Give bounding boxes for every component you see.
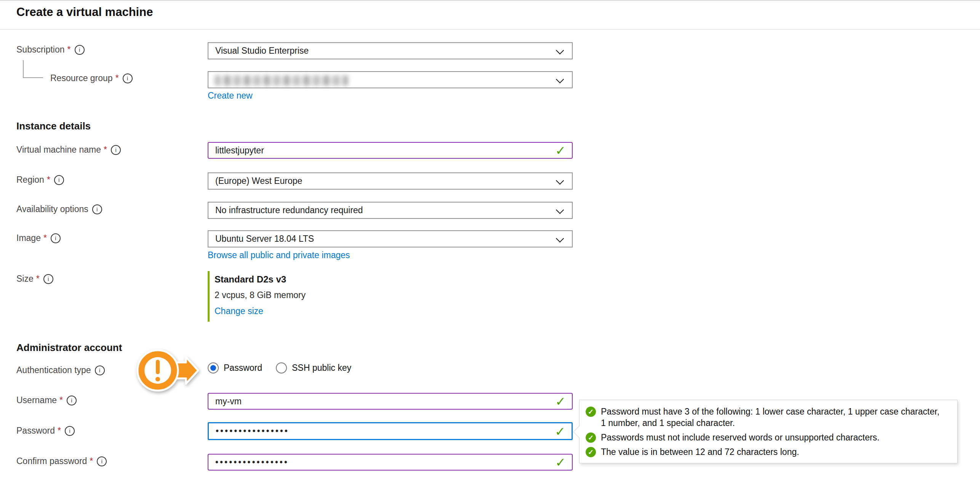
create-vm-page: Create a virtual machine Subscription * … xyxy=(0,0,980,485)
info-icon[interactable]: i xyxy=(97,456,107,466)
radio-unselected-icon xyxy=(276,362,287,373)
info-icon[interactable]: i xyxy=(67,396,77,405)
page-title: Create a virtual machine xyxy=(16,5,153,19)
tree-connector-vertical xyxy=(23,60,24,78)
radio-ssh-public-key[interactable]: SSH public key xyxy=(276,362,351,373)
required-asterisk: * xyxy=(43,233,47,243)
image-value: Ubuntu Server 18.04 LTS xyxy=(215,234,314,244)
valid-check-icon: ✓ xyxy=(555,144,566,157)
tree-connector-horizontal xyxy=(23,77,43,78)
size-accent-bar xyxy=(208,271,210,322)
region-label: Region * i xyxy=(16,175,64,185)
image-select[interactable]: Ubuntu Server 18.04 LTS xyxy=(208,230,573,247)
password-label: Password * i xyxy=(16,426,75,436)
title-divider xyxy=(0,29,980,30)
size-specs: 2 vcpus, 8 GiB memory xyxy=(215,290,306,300)
tooltip-arrow xyxy=(573,426,586,438)
chevron-down-icon xyxy=(556,206,564,214)
tooltip-item: ✓ Password must have 3 of the following:… xyxy=(586,406,950,429)
username-label: Username * i xyxy=(16,395,77,405)
change-size-link[interactable]: Change size xyxy=(215,306,263,316)
resource-group-select[interactable] xyxy=(208,71,573,88)
confirm-password-label: Confirm password * i xyxy=(16,456,107,466)
success-check-icon: ✓ xyxy=(586,407,596,417)
required-asterisk: * xyxy=(36,274,40,284)
success-check-icon: ✓ xyxy=(586,447,596,457)
size-name: Standard D2s v3 xyxy=(215,274,286,285)
redacted-value xyxy=(215,75,348,86)
image-label: Image * i xyxy=(16,233,61,243)
create-new-link[interactable]: Create new xyxy=(208,91,253,101)
tooltip-item: ✓ The value is in between 12 and 72 char… xyxy=(586,446,950,458)
valid-check-icon: ✓ xyxy=(555,425,565,437)
required-asterisk: * xyxy=(115,73,119,83)
region-select[interactable]: (Europe) West Europe xyxy=(208,172,573,190)
attention-callout-icon xyxy=(134,347,202,394)
valid-check-icon: ✓ xyxy=(555,456,566,469)
chevron-down-icon xyxy=(556,177,564,185)
resource-group-label: Resource group * i xyxy=(50,73,133,83)
instance-details-heading: Instance details xyxy=(16,120,91,132)
region-value: (Europe) West Europe xyxy=(215,176,302,186)
info-icon[interactable]: i xyxy=(123,73,133,83)
tooltip-item: ✓ Passwords must not include reserved wo… xyxy=(586,432,950,443)
vm-name-label: Virtual machine name * i xyxy=(16,145,121,155)
success-check-icon: ✓ xyxy=(586,432,596,443)
password-masked-value: •••••••••••••••• xyxy=(216,426,289,436)
administrator-account-heading: Administrator account xyxy=(16,342,122,354)
required-asterisk: * xyxy=(47,175,50,185)
required-asterisk: * xyxy=(59,395,63,405)
info-icon[interactable]: i xyxy=(75,45,85,55)
subscription-label: Subscription * i xyxy=(16,45,85,55)
confirm-password-input[interactable]: •••••••••••••••• ✓ xyxy=(208,454,573,471)
username-input[interactable]: my-vm ✓ xyxy=(208,393,573,410)
browse-images-link[interactable]: Browse all public and private images xyxy=(208,250,350,260)
password-requirements-tooltip: ✓ Password must have 3 of the following:… xyxy=(579,400,958,463)
window-top-border xyxy=(0,0,980,1)
required-asterisk: * xyxy=(58,426,61,436)
valid-check-icon: ✓ xyxy=(555,395,566,408)
subscription-select[interactable]: Visual Studio Enterprise xyxy=(208,42,573,59)
required-asterisk: * xyxy=(104,145,107,155)
authentication-type-radio-group: Password SSH public key xyxy=(208,362,351,373)
required-asterisk: * xyxy=(90,456,93,466)
radio-password[interactable]: Password xyxy=(208,362,262,373)
username-value: my-vm xyxy=(215,396,242,407)
availability-options-select[interactable]: No infrastructure redundancy required xyxy=(208,202,573,219)
chevron-down-icon xyxy=(556,75,564,83)
info-icon[interactable]: i xyxy=(111,145,121,155)
size-label: Size * i xyxy=(16,274,53,284)
chevron-down-icon xyxy=(556,46,564,54)
chevron-down-icon xyxy=(556,235,564,242)
vm-name-input[interactable]: littlestjupyter ✓ xyxy=(208,142,573,159)
info-icon[interactable]: i xyxy=(65,426,75,436)
info-icon[interactable]: i xyxy=(54,175,64,185)
info-icon[interactable]: i xyxy=(92,204,102,214)
password-input[interactable]: •••••••••••••••• ✓ xyxy=(208,422,573,440)
confirm-password-masked-value: •••••••••••••••• xyxy=(215,457,289,467)
subscription-value: Visual Studio Enterprise xyxy=(215,46,309,56)
radio-selected-icon xyxy=(208,362,219,373)
info-icon[interactable]: i xyxy=(95,365,105,375)
availability-options-label: Availability options i xyxy=(16,204,102,214)
authentication-type-label: Authentication type i xyxy=(16,365,105,375)
required-asterisk: * xyxy=(67,45,71,55)
vm-name-value: littlestjupyter xyxy=(215,145,264,156)
availability-value: No infrastructure redundancy required xyxy=(215,205,363,215)
info-icon[interactable]: i xyxy=(51,233,61,243)
info-icon[interactable]: i xyxy=(43,274,53,284)
